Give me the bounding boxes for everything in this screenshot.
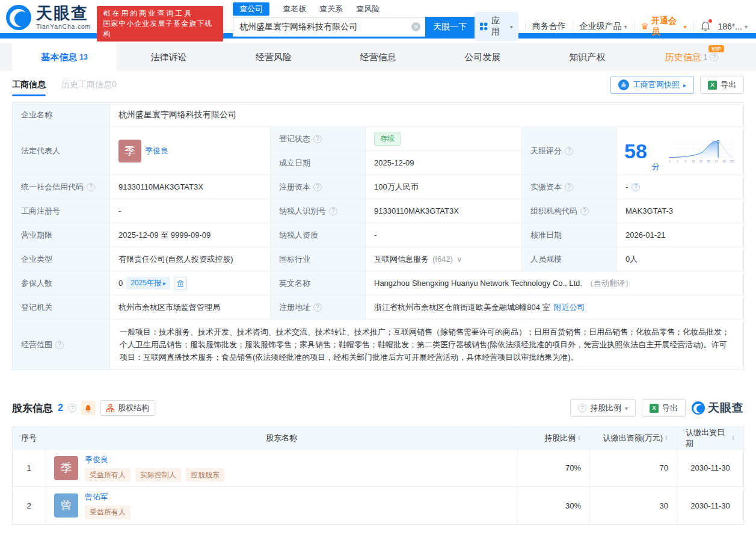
shareholders-table-header: 序号 股东名称 持股比例 ▲▼ 认缴出资额(万元) ▲▼ 认缴出资日期 ▲▼ [13, 427, 743, 450]
ratio-value: 30% [518, 487, 590, 524]
svg-text:85: 85 [707, 159, 710, 162]
snapshot-label: 工商官网快照 [633, 79, 680, 90]
tab-label: 公司发展 [464, 52, 500, 63]
industry-cell[interactable]: 互联网信息服务 (I642) ∨ [366, 247, 522, 271]
score-unit: 分 [652, 161, 660, 172]
shareholder-avatar[interactable]: 季 [54, 456, 78, 480]
help-icon[interactable]: ? [313, 135, 322, 143]
caret-down-icon: ▾ [684, 23, 687, 30]
help-icon[interactable]: ? [710, 53, 718, 61]
info-row: 经营范围 ? 一般项目：技术服务、技术开发、技术咨询、技术交流、技术转让、技术推… [13, 320, 743, 369]
tianyancha-logo-icon [692, 401, 705, 415]
search-tab-boss[interactable]: 查老板 [283, 2, 306, 16]
search-tab-risk[interactable]: 查风险 [356, 2, 380, 16]
tab-operation-risk[interactable]: 经营风险 [221, 43, 326, 71]
score-value: 58 [624, 141, 647, 161]
help-icon[interactable]: ? [55, 341, 64, 349]
crown-icon: ♛ [641, 21, 649, 32]
field-label: 核准日期 [522, 223, 617, 247]
nav-enterprise-products[interactable]: 企业级产品 ▾ [580, 21, 627, 32]
svg-text:99: 99 [723, 159, 726, 162]
legal-rep-avatar[interactable]: 季 [118, 140, 141, 162]
search-tab-company[interactable]: 查公司 [233, 2, 269, 16]
help-icon[interactable]: ? [565, 147, 573, 155]
search-input[interactable] [233, 17, 425, 37]
divider [634, 22, 635, 31]
nested-status-cells: 登记状态 ? 存续 成立日期 2025-12-09 [271, 127, 522, 175]
help-icon[interactable]: ? [68, 404, 76, 412]
help-icon[interactable]: ? [632, 183, 640, 191]
field-label: 实缴资本 [530, 182, 562, 193]
monitor-bell-button[interactable] [81, 401, 96, 415]
holding-ratio-label: 持股比例 [590, 403, 621, 413]
help-icon[interactable]: ? [87, 183, 95, 191]
nav-business-coop[interactable]: 商务合作 [532, 21, 566, 32]
tab-intellectual-property[interactable]: 知识产权 [535, 43, 639, 71]
shareholder-link[interactable]: 曾佑军 [85, 492, 131, 502]
search-button[interactable]: 天眼一下 [425, 17, 475, 37]
shareholder-avatar[interactable]: 曾 [54, 493, 78, 518]
table-row: 1 季 季俊良 受益所有人 实际控制人 控股股东 70% 70 2030-11-… [13, 450, 743, 487]
table-row: 2 曾 曾佑军 受益所有人 30% 30 2030-11-30 [13, 487, 743, 524]
score-cell[interactable]: 58 分 [617, 127, 743, 175]
help-icon[interactable]: ? [313, 183, 322, 191]
tab-company-development[interactable]: 公司发展 [430, 43, 535, 71]
approve-date-value: 2026-01-21 [617, 223, 743, 247]
info-row: 统一社会信用代码 ? 91330110MAK3GTAT3X 注册资本 ? 100… [13, 175, 743, 199]
export-button[interactable]: X 导出 [700, 76, 744, 94]
section-title: 股东信息 [12, 401, 53, 415]
help-icon[interactable]: ? [580, 207, 589, 215]
watermark-text: 天眼查 [708, 400, 744, 416]
tab-operation-info[interactable]: 经营信息 [326, 43, 431, 71]
shareholder-link[interactable]: 季俊良 [85, 454, 224, 465]
open-vip-button[interactable]: ♛ 开通会员 ▾ [641, 16, 687, 37]
help-icon[interactable]: ? [565, 183, 573, 191]
annual-report-badge[interactable]: 2025年报 ▸ [126, 277, 170, 289]
en-name-cell: Hangzhou Shengxing Huanyu Network Techno… [366, 271, 743, 295]
col-amount-sortable[interactable]: 认缴出资额(万元) ▲▼ [590, 427, 677, 449]
help-icon[interactable]: ? [329, 207, 337, 215]
col-date-sortable[interactable]: 认缴出资日期 ▲▼ [677, 427, 743, 449]
sort-icon: ▲▼ [731, 435, 735, 441]
help-icon[interactable]: ? [313, 303, 322, 312]
holding-ratio-filter[interactable]: ? 持股比例 ▾ [570, 399, 636, 417]
nearby-companies-link[interactable]: 附近公司 [554, 302, 585, 313]
caret-down-icon: ▾ [510, 23, 513, 30]
taxpayer-quality-value: - [366, 223, 522, 247]
caret-down-icon: ▾ [624, 23, 627, 30]
expand-icon[interactable]: ∨ [456, 255, 463, 264]
uscc-value: 91330110MAK3GTAT3X [110, 175, 271, 199]
notifications-bell[interactable] [700, 21, 711, 32]
field-label-wrap: 注册地址 ? [271, 295, 366, 319]
subtab-business-info[interactable]: 工商信息 [12, 71, 46, 99]
tab-label: 法律诉讼 [151, 52, 187, 63]
svg-text:100: 100 [730, 159, 734, 162]
insured-chart-button[interactable] [174, 277, 187, 290]
account-menu[interactable]: 186*... ▾ [718, 22, 748, 31]
field-label-wrap: 纳税人识别号 ? [271, 199, 366, 223]
official-snapshot-button[interactable]: 工商官网快照 ▸ [610, 76, 694, 94]
row-no: 1 [13, 450, 46, 486]
equity-structure-button[interactable]: 股权结构 [100, 400, 155, 416]
org-chart-icon [106, 404, 114, 412]
field-label: 注册资本 [279, 182, 310, 193]
export-shareholders-button[interactable]: X 导出 [642, 399, 686, 417]
field-label-wrap: 注册资本 ? [271, 175, 366, 199]
slogan-line1: 都在用的商业查询工具 [103, 8, 217, 19]
tab-label: 基本信息 [41, 52, 77, 63]
apps-menu[interactable]: 应用 ▾ [475, 12, 518, 41]
tab-history-info[interactable]: VIP 历史信息 1 ? [639, 43, 744, 71]
col-ratio-sortable[interactable]: 持股比例 ▲▼ [518, 427, 590, 449]
tab-basic-info[interactable]: 基本信息 13 [12, 43, 117, 71]
field-label: 组织机构代码 [530, 206, 577, 217]
field-label: 成立日期 [271, 151, 366, 175]
search-tab-relation[interactable]: 查关系 [319, 2, 343, 16]
info-row: 参保人数 0 2025年报 ▸ 英文名称 Hangzhou Shengxing … [13, 271, 743, 295]
paid-capital-cell: - ? [617, 175, 743, 199]
tianyancha-logo[interactable]: 天眼查 TianYanCha.com [6, 5, 91, 30]
tab-legal-litigation[interactable]: 法律诉讼 [117, 43, 221, 71]
info-row: 企业类型 有限责任公司(自然人投资或控股) 国标行业 互联网信息服务 (I642… [13, 247, 743, 271]
legal-rep-link[interactable]: 季俊良 [145, 146, 168, 156]
arrow-right-icon: ▸ [683, 82, 686, 88]
subtab-history-business-info[interactable]: 历史工商信息0 [61, 71, 117, 99]
